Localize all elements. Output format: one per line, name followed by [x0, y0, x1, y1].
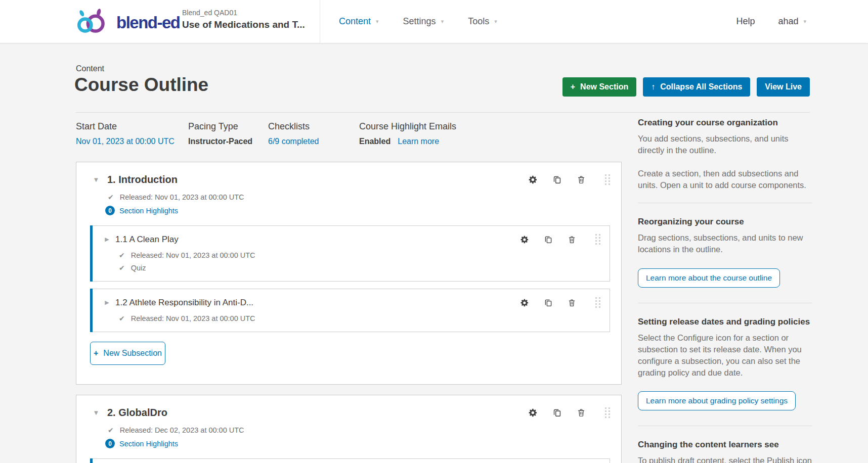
help-text: You add sections, subsections, and units…: [638, 133, 812, 156]
subsection-release-status: ✔ Released: Nov 01, 2023 at 00:00 UTC: [119, 314, 610, 322]
view-live-button[interactable]: View Live: [757, 77, 810, 97]
delete-button[interactable]: [577, 175, 586, 184]
section-title: 2. GlobalDro: [107, 407, 167, 419]
trash-icon: [577, 178, 586, 186]
subsection-card-partial: [90, 458, 610, 463]
release-status-text: Released: Dec 02, 2023 at 00:00 UTC: [120, 426, 244, 434]
duplicate-button[interactable]: [552, 408, 562, 418]
expand-subsection-caret-icon[interactable]: ▶: [103, 236, 111, 243]
start-date-label: Start Date: [76, 121, 175, 132]
trash-icon: [568, 238, 576, 246]
subsection-actions: [520, 234, 600, 245]
duplicate-button[interactable]: [544, 235, 553, 244]
configure-button[interactable]: [520, 235, 529, 244]
pacing-type-value: Instructor-Paced: [188, 137, 252, 146]
duplicate-icon: [552, 178, 562, 186]
start-date-info: Start Date Nov 01, 2023 at 00:00 UTC: [76, 121, 175, 146]
drag-handle[interactable]: [595, 234, 600, 245]
page-actions: + New Section ↑ Collapse All Sections Vi…: [562, 77, 810, 97]
duplicate-icon: [544, 238, 553, 246]
delete-button[interactable]: [577, 408, 586, 418]
drag-handle[interactable]: [595, 297, 600, 308]
new-section-button[interactable]: + New Section: [562, 77, 636, 97]
section-header: ▼ 2. GlobalDro: [76, 395, 621, 419]
chevron-down-icon: ▾: [803, 18, 806, 25]
configure-button[interactable]: [528, 175, 538, 184]
drag-handle[interactable]: [605, 407, 610, 418]
release-status-text: Released: Nov 01, 2023 at 00:00 UTC: [120, 193, 244, 201]
highlight-emails-info: Course Highlight Emails EnabledLearn mor…: [359, 121, 456, 146]
delete-button[interactable]: [568, 298, 576, 307]
arrow-up-icon: ↑: [651, 82, 655, 91]
subsection-card-1-2: ▶ 1.2 Athlete Responsibility in Anti-D..…: [90, 289, 610, 332]
pacing-type-info: Pacing Type Instructor-Paced: [188, 121, 252, 146]
check-icon: ✔: [108, 426, 114, 434]
configure-button[interactable]: [520, 298, 529, 307]
duplicate-button[interactable]: [552, 175, 562, 184]
section-header: ▼ 1. Introduction: [76, 162, 621, 186]
main-nav: Content ▾ Settings ▾ Tools ▾: [339, 0, 497, 43]
section-highlights-link[interactable]: 0 Section Highlights: [105, 439, 178, 448]
course-name: Use of Medications and T...: [182, 19, 305, 30]
expand-subsection-caret-icon[interactable]: ▶: [103, 299, 111, 306]
collapse-all-sections-button[interactable]: ↑ Collapse All Sections: [643, 77, 750, 97]
collapse-section-caret-icon[interactable]: ▼: [92, 176, 101, 183]
new-subsection-button[interactable]: + New Subsection: [90, 342, 165, 365]
nav-content[interactable]: Content ▾: [339, 16, 379, 27]
studio-course-outline-page: blend-ed Blend_ed QAD01 Use of Medicatio…: [0, 0, 868, 463]
chevron-down-icon: ▾: [441, 18, 444, 25]
sidebar-divider: [638, 303, 812, 303]
gear-icon: [520, 238, 529, 246]
subsection-header: ▶ 1.2 Athlete Responsibility in Anti-D..…: [91, 289, 610, 308]
start-date-link[interactable]: Nov 01, 2023 at 00:00 UTC: [76, 137, 175, 146]
subsection-actions: [520, 297, 600, 308]
course-meta: Blend_ed QAD01 Use of Medications and T.…: [182, 9, 305, 30]
delete-button[interactable]: [568, 235, 576, 244]
subsection-card-1-1: ▶ 1.1 A Clean Play: [90, 225, 610, 282]
page-title: Course Outline: [74, 74, 208, 96]
subsection-grading-status: ✔ Quiz: [119, 264, 610, 272]
help-text: Create a section, then add subsections a…: [638, 168, 812, 191]
duplicate-button[interactable]: [544, 298, 553, 307]
configure-button[interactable]: [528, 408, 538, 418]
gear-icon: [528, 411, 538, 419]
username: ahad: [778, 16, 798, 27]
highlights-count-badge: 0: [105, 439, 115, 448]
highlight-emails-status: Enabled: [359, 137, 390, 146]
check-icon: ✔: [119, 314, 125, 322]
learn-more-course-outline-button[interactable]: Learn more about the course outline: [638, 268, 780, 288]
collapse-section-caret-icon[interactable]: ▼: [92, 409, 101, 416]
section-card-introduction: ▼ 1. Introduction: [76, 162, 622, 385]
org-course-code: Blend_ed QAD01: [182, 9, 305, 17]
subsection-title: 1.2 Athlete Responsibility in Anti-D...: [115, 298, 253, 308]
check-icon: ✔: [119, 264, 125, 272]
checklists-info: Checklists 6/9 completed: [268, 121, 319, 146]
section-actions: [528, 407, 610, 418]
user-menu[interactable]: ahad ▾: [778, 16, 806, 27]
chevron-down-icon: ▾: [376, 18, 379, 25]
highlight-emails-learn-more-link[interactable]: Learn more: [398, 137, 439, 146]
plus-icon: +: [571, 82, 575, 91]
nav-settings[interactable]: Settings ▾: [403, 16, 444, 27]
checklists-label: Checklists: [268, 121, 319, 132]
gear-icon: [528, 178, 538, 186]
checklists-link[interactable]: 6/9 completed: [268, 137, 319, 146]
nav-tools[interactable]: Tools ▾: [468, 16, 497, 27]
help-link[interactable]: Help: [736, 16, 755, 27]
blend-ed-logo-icon: [74, 8, 113, 37]
help-text: To publish draft content, select the Pub…: [638, 455, 812, 463]
subsection-header: ▶ 1.1 A Clean Play: [91, 226, 610, 245]
check-icon: ✔: [108, 193, 114, 201]
subsection-release-status: ✔ Released: Nov 01, 2023 at 00:00 UTC: [119, 251, 610, 259]
drag-handle[interactable]: [605, 174, 610, 185]
help-sidebar: Creating your course organization You ad…: [638, 118, 812, 463]
sidebar-divider: [638, 426, 812, 426]
help-heading-organization: Creating your course organization: [638, 118, 812, 128]
section-title: 1. Introduction: [107, 174, 178, 186]
brand-logo[interactable]: blend-ed: [74, 8, 180, 37]
learn-more-grading-policy-button[interactable]: Learn more about grading policy settings: [638, 391, 796, 410]
section-highlights-link[interactable]: 0 Section Highlights: [105, 206, 178, 215]
duplicate-icon: [544, 301, 553, 309]
trash-icon: [568, 301, 576, 309]
breadcrumb: Content: [76, 64, 104, 73]
